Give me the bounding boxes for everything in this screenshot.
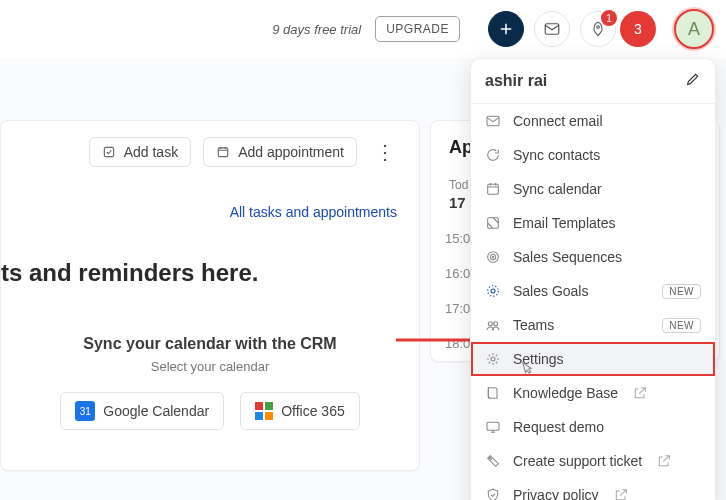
avatar-button[interactable]: A — [674, 9, 714, 49]
upgrade-button[interactable]: UPGRADE — [375, 16, 460, 42]
all-tasks-link-row: All tasks and appointments — [1, 177, 419, 231]
menu-item-label: Sales Goals — [513, 283, 588, 299]
menu-item-sync-contacts[interactable]: Sync contacts — [471, 138, 715, 172]
menu-item-knowledge-base[interactable]: Knowledge Base — [471, 376, 715, 410]
calendar-provider-row: 31 Google Calendar Office 365 — [1, 392, 419, 430]
menu-item-settings[interactable]: Settings — [471, 342, 715, 376]
svg-point-1 — [597, 26, 600, 29]
shield-icon — [485, 487, 501, 500]
empty-state-heading: ts and reminders here. — [1, 231, 419, 295]
menu-item-label: Teams — [513, 317, 554, 333]
new-badge: NEW — [662, 318, 701, 333]
user-name: ashir rai — [485, 72, 547, 90]
menu-item-request-demo[interactable]: Request demo — [471, 410, 715, 444]
plus-icon — [497, 20, 515, 38]
menu-item-label: Email Templates — [513, 215, 615, 231]
external-link-icon — [632, 385, 648, 401]
task-icon — [102, 145, 116, 159]
menu-item-sync-calendar[interactable]: Sync calendar — [471, 172, 715, 206]
menu-item-label: Sales Sequences — [513, 249, 622, 265]
whats-new-button[interactable]: 1 — [580, 11, 616, 47]
trial-text: 9 days free trial — [272, 22, 361, 37]
office365-button[interactable]: Office 365 — [240, 392, 360, 430]
menu-item-email-templates[interactable]: Email Templates — [471, 206, 715, 240]
tasks-more-button[interactable]: ⋮ — [369, 140, 401, 164]
add-task-label: Add task — [124, 144, 178, 160]
svg-rect-2 — [104, 147, 113, 156]
inbox-button[interactable] — [534, 11, 570, 47]
add-task-button[interactable]: Add task — [89, 137, 191, 167]
new-badge: NEW — [662, 284, 701, 299]
notifications-button[interactable]: 3 — [620, 11, 656, 47]
office365-label: Office 365 — [281, 403, 345, 419]
add-button[interactable] — [488, 11, 524, 47]
menu-item-teams[interactable]: TeamsNEW — [471, 308, 715, 342]
goal-icon — [485, 283, 501, 299]
user-menu-header: ashir rai — [471, 59, 715, 104]
menu-item-label: Knowledge Base — [513, 385, 618, 401]
mail-icon — [485, 113, 501, 129]
menu-item-label: Sync calendar — [513, 181, 602, 197]
calendar-icon — [485, 181, 501, 197]
menu-item-label: Privacy policy — [513, 487, 599, 500]
menu-item-sales-goals[interactable]: Sales GoalsNEW — [471, 274, 715, 308]
screen-icon — [485, 419, 501, 435]
tasks-panel-header: Add task Add appointment ⋮ — [1, 121, 419, 177]
gear-icon — [485, 351, 501, 367]
google-calendar-button[interactable]: 31 Google Calendar — [60, 392, 224, 430]
menu-item-label: Request demo — [513, 419, 604, 435]
menu-item-sales-sequences[interactable]: Sales Sequences — [471, 240, 715, 274]
menu-item-label: Connect email — [513, 113, 603, 129]
menu-item-connect-email[interactable]: Connect email — [471, 104, 715, 138]
sync-calendar-subtitle: Select your calendar — [1, 359, 419, 374]
menu-item-label: Create support ticket — [513, 453, 642, 469]
all-tasks-link[interactable]: All tasks and appointments — [230, 204, 397, 220]
sync-calendar-title: Sync your calendar with the CRM — [1, 335, 419, 353]
google-calendar-icon: 31 — [75, 401, 95, 421]
envelope-icon — [543, 20, 561, 38]
calendar-icon — [216, 145, 230, 159]
svg-rect-3 — [218, 148, 227, 157]
refresh-icon — [485, 147, 501, 163]
team-icon — [485, 317, 501, 333]
google-calendar-label: Google Calendar — [103, 403, 209, 419]
top-bar: 9 days free trial UPGRADE 1 3 A — [0, 0, 726, 58]
add-appointment-label: Add appointment — [238, 144, 344, 160]
edit-profile-button[interactable] — [685, 71, 701, 91]
tasks-panel: Add task Add appointment ⋮ All tasks and… — [0, 120, 420, 471]
whats-new-badge: 1 — [599, 8, 619, 28]
target-icon — [485, 249, 501, 265]
external-link-icon — [613, 487, 629, 500]
menu-item-support-ticket[interactable]: Create support ticket — [471, 444, 715, 478]
menu-item-label: Sync contacts — [513, 147, 600, 163]
external-link-icon — [656, 453, 672, 469]
book-icon — [485, 385, 501, 401]
office365-icon — [255, 402, 273, 420]
pencil-icon — [685, 71, 701, 87]
menu-item-privacy[interactable]: Privacy policy — [471, 478, 715, 500]
add-appointment-button[interactable]: Add appointment — [203, 137, 357, 167]
svg-rect-0 — [545, 24, 559, 35]
user-menu-dropdown: ashir rai Connect emailSync contactsSync… — [470, 58, 716, 500]
template-icon — [485, 215, 501, 231]
ticket-icon — [485, 453, 501, 469]
